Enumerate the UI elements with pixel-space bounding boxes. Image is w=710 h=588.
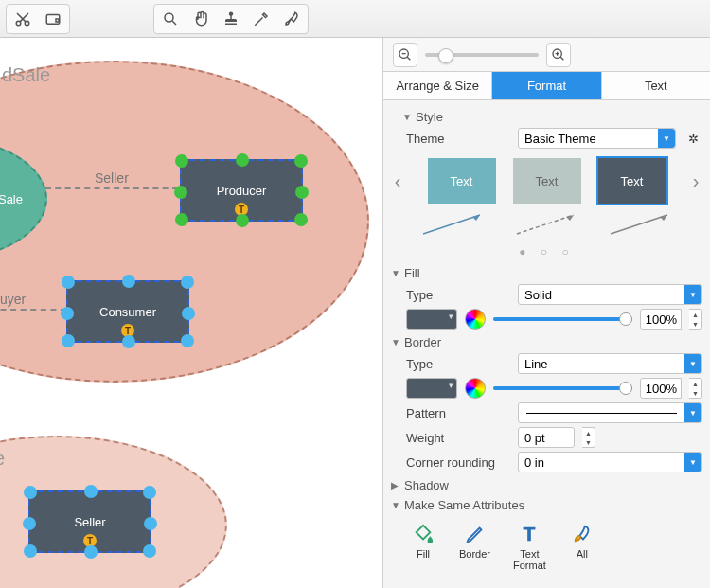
border-type-label: Type xyxy=(406,357,510,371)
pencil-icon xyxy=(462,522,488,546)
border-opacity-slider[interactable] xyxy=(493,386,632,390)
zoom-slider[interactable] xyxy=(425,53,539,57)
cut-icon[interactable] xyxy=(9,7,37,31)
make-same-all[interactable]: All xyxy=(569,522,595,571)
svg-point-0 xyxy=(16,21,21,26)
eyedropper-icon[interactable] xyxy=(247,7,275,31)
make-same-text-format[interactable]: Text Format xyxy=(513,522,546,571)
brush-icon[interactable] xyxy=(277,7,306,31)
hand-icon[interactable] xyxy=(186,7,215,31)
edge-label-seller: Seller xyxy=(95,170,129,186)
node-label: Consumer xyxy=(99,305,156,319)
corner-rounding-select[interactable]: 0 in▼ xyxy=(518,452,702,472)
chevron-down-icon: ▼ xyxy=(684,403,701,422)
app-toolbar xyxy=(0,0,710,38)
chevron-down-icon: ▼ xyxy=(402,112,412,122)
border-weight-field[interactable]: 0 pt xyxy=(518,427,575,448)
node-seller[interactable]: Seller T xyxy=(28,490,151,553)
chevron-down-icon: ▼ xyxy=(391,337,400,347)
section-label: Fill xyxy=(404,266,420,280)
pager-dots[interactable]: ● ○ ○ xyxy=(391,245,702,258)
wallet-icon[interactable] xyxy=(39,7,67,31)
stamp-icon[interactable] xyxy=(217,7,245,31)
node-producer[interactable]: Producer T xyxy=(180,159,303,222)
magnifier-icon[interactable] xyxy=(156,7,185,31)
svg-line-10 xyxy=(611,215,667,234)
zoom-bar xyxy=(383,38,710,72)
chevron-down-icon: ▼ xyxy=(684,354,701,373)
theme-arrow-previews xyxy=(406,209,687,238)
toolbar-group-tools xyxy=(153,4,309,34)
inspector-tabs: Arrange & Size Format Text xyxy=(383,72,710,100)
chevron-down-icon: ▼ xyxy=(684,285,701,304)
tab-text[interactable]: Text xyxy=(602,72,710,99)
section-make-same[interactable]: ▼Make Same Attributes xyxy=(391,498,702,512)
border-opacity-field[interactable]: 100% xyxy=(640,378,682,399)
arrow-style-dashed[interactable] xyxy=(513,209,581,238)
inspector-panel: Arrange & Size Format Text ▼Style Theme … xyxy=(383,38,710,588)
border-opacity-value: 100% xyxy=(646,382,677,396)
fill-color-well[interactable] xyxy=(406,309,457,330)
border-weight-value: 0 pt xyxy=(524,431,545,445)
container-label-truncated: e xyxy=(0,448,5,470)
section-style[interactable]: ▼Style xyxy=(402,110,702,124)
section-label: Style xyxy=(416,110,443,124)
svg-line-8 xyxy=(517,215,574,234)
border-weight-stepper[interactable]: ▲▼ xyxy=(582,427,595,448)
make-same-border[interactable]: Border xyxy=(459,522,490,571)
swatch-label: Text xyxy=(536,174,559,188)
border-weight-label: Weight xyxy=(406,431,510,445)
make-same-label: Fill xyxy=(417,548,430,560)
diagram-canvas[interactable]: e:Sale dSale e Seller uyer Producer T Co… xyxy=(0,38,383,588)
section-fill[interactable]: ▼Fill xyxy=(391,266,702,280)
theme-swatch-a[interactable]: Text xyxy=(428,158,496,204)
fill-opacity-stepper[interactable]: ▲▼ xyxy=(689,309,702,330)
theme-select[interactable]: Basic Theme▼ xyxy=(518,128,676,149)
make-same-fill[interactable]: Fill xyxy=(410,522,436,571)
chevron-right-icon: ▶ xyxy=(391,480,400,490)
theme-value: Basic Theme xyxy=(524,132,596,146)
svg-line-6 xyxy=(423,215,480,234)
main-area: e:Sale dSale e Seller uyer Producer T Co… xyxy=(0,38,710,588)
chevron-down-icon: ▼ xyxy=(391,500,400,510)
border-pattern-select[interactable]: ▼ xyxy=(518,402,702,423)
edge-buyer xyxy=(0,309,66,311)
fill-opacity-field[interactable]: 100% xyxy=(640,309,682,330)
border-color-well[interactable] xyxy=(406,378,457,399)
theme-swatch-c[interactable]: Text xyxy=(598,158,666,204)
brush-icon xyxy=(569,522,595,546)
border-color-wheel[interactable] xyxy=(465,378,486,399)
section-border[interactable]: ▼Border xyxy=(391,335,702,349)
fill-opacity-value: 100% xyxy=(646,312,677,327)
arrow-style-solid[interactable] xyxy=(419,209,488,238)
swatch-label: Text xyxy=(451,174,473,188)
node-consumer[interactable]: Consumer T xyxy=(66,280,189,343)
theme-next-button[interactable]: › xyxy=(689,170,702,192)
zoom-out-button[interactable] xyxy=(393,43,417,67)
make-same-label: Text Format xyxy=(513,548,546,571)
tab-arrange-size[interactable]: Arrange & Size xyxy=(383,72,492,99)
make-same-label: Border xyxy=(459,548,490,560)
svg-point-1 xyxy=(25,21,29,26)
chevron-down-icon: ▼ xyxy=(658,129,675,148)
border-pattern-label: Pattern xyxy=(406,406,510,420)
border-type-select[interactable]: Line▼ xyxy=(518,353,702,374)
fill-opacity-slider[interactable] xyxy=(493,317,632,321)
fill-color-wheel[interactable] xyxy=(465,309,486,330)
gear-icon[interactable]: ✲ xyxy=(683,129,702,148)
make-same-label: All xyxy=(577,548,588,560)
section-shadow[interactable]: ▶Shadow xyxy=(391,478,702,492)
node-label: e:Sale xyxy=(0,192,23,206)
chevron-down-icon: ▼ xyxy=(391,268,400,278)
theme-prev-button[interactable]: ‹ xyxy=(391,170,404,192)
node-label: Producer xyxy=(217,184,267,198)
text-icon xyxy=(516,522,542,546)
border-opacity-stepper[interactable]: ▲▼ xyxy=(689,378,702,399)
tab-format[interactable]: Format xyxy=(492,72,601,99)
theme-swatch-b[interactable]: Text xyxy=(513,158,581,204)
arrow-style-gray[interactable] xyxy=(607,209,675,238)
fill-type-select[interactable]: Solid▼ xyxy=(518,284,702,305)
bucket-icon xyxy=(410,522,436,546)
zoom-in-button[interactable] xyxy=(546,43,571,67)
toolbar-group-left xyxy=(6,4,70,34)
